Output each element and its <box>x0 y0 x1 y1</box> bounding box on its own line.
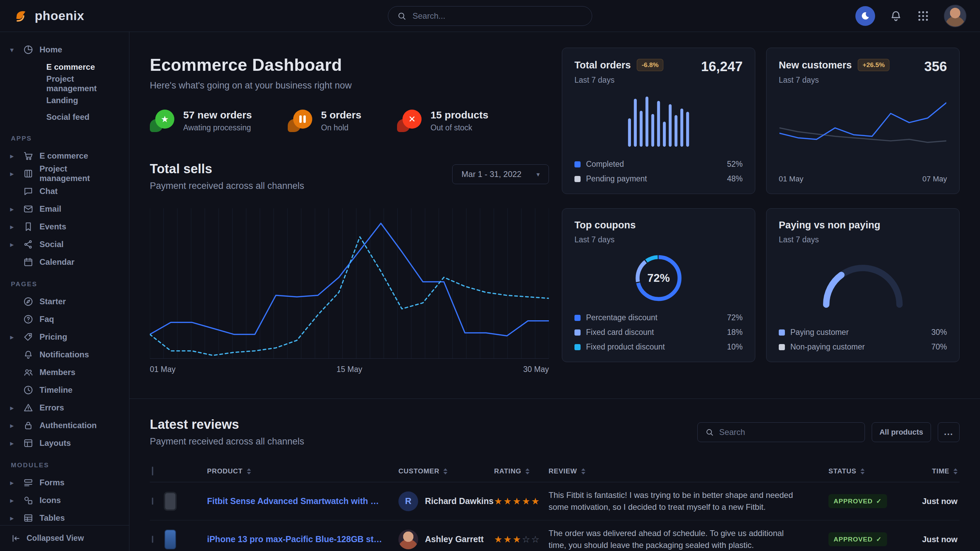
user-avatar[interactable] <box>944 5 966 27</box>
section-label-apps: APPS <box>11 135 119 142</box>
brand-name: phoenix <box>35 9 84 23</box>
x-label-start: 01 May <box>150 365 175 374</box>
new-customers-card: New customers +26.5% Last 7 days 356 01 … <box>766 48 959 194</box>
sidebar-item-events[interactable]: ▸ Events <box>10 218 119 235</box>
chevron-right-icon: ▸ <box>10 404 17 412</box>
status-badge: APPROVED✓ <box>829 494 887 508</box>
chevron-down-icon: ▾ <box>10 46 17 54</box>
theme-toggle-button[interactable] <box>855 6 875 26</box>
reviews-search[interactable] <box>697 422 865 442</box>
table-header: PRODUCT CUSTOMER RATING REVIEW STATUS TI… <box>150 460 959 482</box>
sidebar-item-authentication[interactable]: ▸ Authentication <box>10 416 119 434</box>
sidebar-item-tables[interactable]: ▸ Tables <box>10 509 119 525</box>
sidebar-item-icons[interactable]: ▸ Icons <box>10 491 119 509</box>
phoenix-logo-icon <box>14 8 29 24</box>
sidebar-item-notifications[interactable]: Notifications <box>10 346 119 364</box>
sidebar-item-label: Email <box>40 204 61 214</box>
column-header-review[interactable]: REVIEW <box>549 467 829 475</box>
customer-cell[interactable]: Ashley Garrett <box>398 530 494 549</box>
column-header-rating[interactable]: RATING <box>494 467 549 475</box>
product-link[interactable]: iPhone 13 pro max-Pacific Blue-128GB sto… <box>207 534 398 544</box>
legend-item: Paying customer 30% <box>779 328 947 337</box>
total-orders-value: 16,247 <box>701 59 743 74</box>
notifications-bell-icon[interactable] <box>889 10 902 22</box>
column-header-customer[interactable]: CUSTOMER <box>398 467 494 475</box>
collapse-arrow-icon <box>11 533 21 543</box>
chevron-right-icon: ▸ <box>10 205 17 213</box>
brand[interactable]: phoenix <box>14 8 84 24</box>
legend-swatch <box>574 344 581 350</box>
latest-reviews-section: Latest reviews Payment received across a… <box>129 399 980 551</box>
sidebar-item-social-feed[interactable]: Social feed <box>10 109 119 125</box>
reviews-search-input[interactable] <box>719 427 857 437</box>
sort-icon <box>525 468 530 475</box>
search-input[interactable] <box>413 11 583 21</box>
sidebar-item-faq[interactable]: Faq <box>10 310 119 328</box>
sidebar-item-apps-project-management[interactable]: ▸ Project management <box>10 165 119 183</box>
sidebar-item-home[interactable]: ▾ Home <box>10 41 119 59</box>
sidebar-item-pricing[interactable]: ▸ Pricing <box>10 328 119 346</box>
date-range-select[interactable]: Mar 1 - 31, 2022 ▾ <box>452 164 549 184</box>
sort-icon <box>861 468 865 475</box>
stat-title: 57 new orders <box>183 109 252 121</box>
column-header-status[interactable]: STATUS <box>829 467 900 475</box>
more-options-button[interactable]: ... <box>938 422 959 442</box>
sidebar-item-social[interactable]: ▸ Social <box>10 235 119 253</box>
sidebar-item-apps-ecommerce[interactable]: ▸ E commerce <box>10 147 119 165</box>
pause-icon <box>293 110 312 129</box>
sidebar-item-starter[interactable]: Starter <box>10 293 119 310</box>
card-title: Top coupons <box>574 219 636 231</box>
reviews-title: Latest reviews <box>150 417 304 432</box>
check-icon: ✓ <box>876 497 882 505</box>
sidebar-item-email[interactable]: ▸ Email <box>10 200 119 218</box>
section-label-modules: MODULES <box>11 462 119 469</box>
global-search[interactable] <box>388 6 592 26</box>
select-all-checkbox[interactable] <box>152 467 153 475</box>
stat-subtitle: On hold <box>321 123 361 132</box>
pie-chart-icon <box>23 44 33 55</box>
shapes-icon <box>23 495 33 505</box>
sidebar-item-ecommerce[interactable]: E commerce <box>10 59 119 75</box>
chevron-right-icon: ▸ <box>10 170 17 178</box>
stat-title: 15 products <box>430 109 488 121</box>
sidebar-item-landing[interactable]: Landing <box>10 92 119 109</box>
sidebar-item-project-management[interactable]: Project management <box>10 75 119 92</box>
sidebar-item-timeline[interactable]: Timeline <box>10 381 119 399</box>
review-text: This Fitbit is fantastic! I was trying t… <box>549 489 829 513</box>
legend-value: 70% <box>931 342 947 352</box>
legend-swatch <box>779 329 785 335</box>
row-checkbox[interactable] <box>152 536 153 543</box>
row-checkbox[interactable] <box>152 497 153 505</box>
sidebar-item-errors[interactable]: ▸ Errors <box>10 399 119 416</box>
lock-icon <box>23 420 33 430</box>
customer-cell[interactable]: R Richard Dawkins <box>398 491 494 511</box>
sidebar-item-calendar[interactable]: Calendar <box>10 253 119 271</box>
card-title: Paying vs non paying <box>779 219 880 231</box>
collapsed-view-toggle[interactable]: Collapsed View <box>0 525 129 551</box>
column-header-product[interactable]: PRODUCT <box>207 467 398 475</box>
total-sells-title: Total sells <box>150 162 304 176</box>
all-products-button[interactable]: All products <box>872 422 931 442</box>
sidebar-item-label: Events <box>40 222 67 232</box>
sidebar-item-label: Pricing <box>40 332 67 342</box>
apps-grid-icon[interactable] <box>917 10 930 22</box>
table-row: Fitbit Sense Advanced Smartwatch with To… <box>150 482 959 520</box>
sidebar-item-layouts[interactable]: ▸ Layouts <box>10 434 119 452</box>
legend-label: Paying customer <box>790 328 849 337</box>
sidebar-item-label: Starter <box>40 297 66 306</box>
sidebar-item-label: Notifications <box>40 350 89 359</box>
sidebar: ▾ Home E commerce Project management Lan… <box>0 32 129 551</box>
product-link[interactable]: Fitbit Sense Advanced Smartwatch with To… <box>207 496 398 506</box>
card-title: Total orders <box>574 60 631 71</box>
form-icon <box>23 478 33 488</box>
sidebar-item-label: Icons <box>40 495 61 505</box>
sidebar-item-members[interactable]: Members <box>10 364 119 381</box>
section-label-pages: PAGES <box>11 280 119 288</box>
column-header-time[interactable]: TIME <box>900 467 959 475</box>
legend-label: Fixed card discount <box>586 328 654 337</box>
x-label-start: 01 May <box>779 175 803 183</box>
sidebar-item-forms[interactable]: ▸ Forms <box>10 474 119 491</box>
sidebar-item-chat[interactable]: Chat <box>10 183 119 200</box>
stat-new-orders: ★ 57 new orders Awating processing <box>150 109 252 132</box>
legend-value: 18% <box>727 328 743 337</box>
